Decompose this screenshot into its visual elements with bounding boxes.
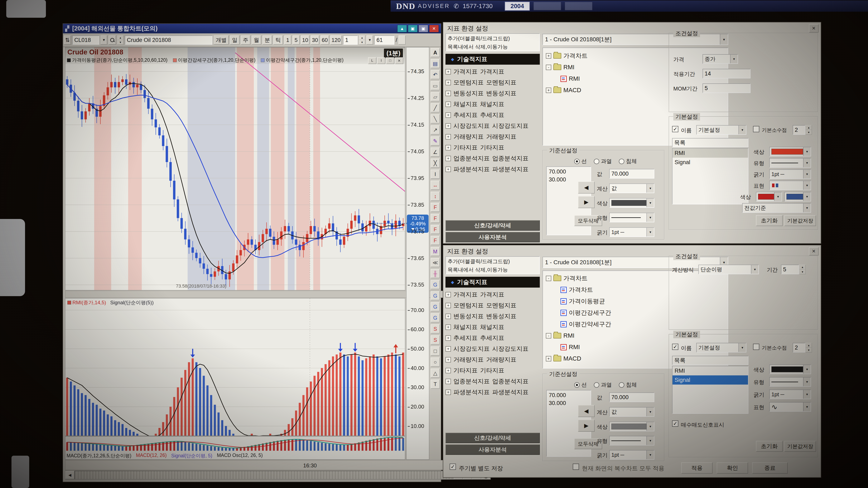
expand-icon[interactable]: +	[546, 88, 551, 93]
mom-period-field[interactable]: 5	[703, 84, 750, 93]
circle-tool-icon[interactable]: ○	[431, 357, 440, 367]
category-채널지표[interactable]: +채널지표채널지표	[445, 99, 540, 110]
category-시장강도지표[interactable]: +시장강도지표시장강도지표	[445, 344, 540, 354]
apply-all-charts-checkbox[interactable]	[573, 464, 579, 470]
line-width-select[interactable]: 1pt ─▼	[769, 390, 811, 399]
category-기타지표[interactable]: +기타지표기타지표	[445, 365, 540, 376]
indicator-line-list[interactable]: RMISignal	[672, 366, 748, 414]
expand-icon[interactable]: +	[445, 123, 451, 129]
triangle-tool-icon[interactable]: △	[431, 368, 440, 378]
symbol-dropdown-icon[interactable]: ▼	[100, 35, 107, 45]
radio-과열[interactable]: 과열	[594, 381, 612, 389]
apply-button[interactable]: 적용	[681, 462, 713, 474]
symbol-spinner[interactable]: ▲▼	[117, 35, 124, 45]
baseline-value[interactable]: 70.000	[547, 168, 591, 175]
category-추세지표[interactable]: +추세지표추세지표	[445, 110, 540, 121]
undo-icon[interactable]: ↶	[431, 70, 440, 79]
line-type-select[interactable]: ▼	[769, 377, 811, 387]
radio-침체[interactable]: 침체	[619, 158, 637, 165]
menu-box[interactable]	[565, 2, 592, 10]
category-가격지표[interactable]: +가격지표가격지표	[445, 289, 540, 300]
pane-control-button[interactable]: I	[377, 57, 385, 64]
vertical-line-icon[interactable]: Ⅰ	[431, 169, 440, 179]
expression-select[interactable]: ∿▼	[769, 402, 811, 412]
minute-button-5[interactable]: 5	[292, 35, 300, 45]
screen-number-box[interactable]: 2004	[505, 2, 530, 11]
save-per-period-checkbox[interactable]: ✓	[450, 464, 456, 470]
expand-icon[interactable]: +	[445, 102, 451, 107]
line-type-select[interactable]: ▼	[769, 158, 811, 168]
decimal-field[interactable]: 2	[793, 343, 805, 352]
expand-icon[interactable]: +	[445, 134, 451, 139]
expand-icon[interactable]: +	[445, 379, 451, 384]
expand-icon[interactable]: +	[546, 53, 551, 59]
speed-fan-icon[interactable]: S	[431, 335, 440, 345]
expand-icon[interactable]: +	[445, 390, 451, 395]
category-파생분석지표[interactable]: +파생분석지표파생분석지표	[445, 164, 540, 175]
base-reference-select[interactable]: 전값기준▼	[742, 203, 811, 213]
reset-button[interactable]: 초기화	[756, 441, 783, 452]
expand-icon[interactable]: +	[445, 368, 451, 373]
period-spinner[interactable]: ▲▼	[799, 265, 806, 274]
baseline-value-field[interactable]: 70.000	[609, 392, 654, 402]
move-right-button[interactable]: ▶	[578, 420, 595, 432]
category-가격지표[interactable]: +가격지표가격지표	[445, 66, 540, 77]
category-거래량지표[interactable]: +거래량지표거래량지표	[445, 354, 540, 365]
ok-button[interactable]: 확인	[717, 462, 748, 474]
fibo-fan-icon[interactable]: F	[431, 214, 440, 223]
baseline-type-select[interactable]: ▼	[609, 213, 654, 222]
move-right-button[interactable]: ▶	[578, 196, 595, 208]
category-채널지표[interactable]: +채널지표채널지표	[445, 322, 540, 333]
expand-icon[interactable]: +	[546, 356, 551, 361]
expand-icon[interactable]: -	[546, 65, 551, 70]
arrow-trendline-icon[interactable]: ↗	[431, 125, 440, 134]
line-list-item-RMI[interactable]: RMI	[673, 149, 748, 158]
calc-select[interactable]: 값▼	[609, 407, 654, 417]
pane-control-button[interactable]: L	[368, 57, 376, 64]
category-거래량지표[interactable]: +거래량지표거래량지표	[445, 131, 540, 142]
expand-icon[interactable]: +	[445, 69, 451, 74]
baseline-value[interactable]: 70.000	[547, 391, 591, 399]
expand-icon[interactable]: +	[445, 167, 451, 172]
period-button-월[interactable]: 월	[252, 35, 261, 45]
fibo-retracement-icon[interactable]: F	[431, 203, 440, 212]
name-checkbox[interactable]: ✓	[672, 126, 678, 132]
interval-dropdown-icon[interactable]: ▼	[366, 35, 373, 45]
rect-tool-icon[interactable]: □	[431, 347, 440, 356]
expand-icon[interactable]: -	[546, 333, 551, 338]
gann-x-icon[interactable]: G	[431, 291, 440, 300]
fibo-timezone-icon[interactable]: F	[431, 236, 440, 245]
expand-icon[interactable]: +	[445, 303, 451, 308]
menu-box[interactable]	[533, 2, 561, 10]
expand-icon[interactable]: +	[445, 292, 451, 297]
name-select[interactable]: 기본설정▼	[696, 125, 746, 135]
minimize-button[interactable]: ▣	[408, 25, 417, 32]
expand-icon[interactable]: +	[445, 325, 451, 330]
category-업종분석지표[interactable]: +업종분석지표업종분석지표	[445, 153, 540, 164]
line-list-item-Signal[interactable]: Signal	[673, 376, 748, 385]
symbol-name-field[interactable]	[125, 35, 212, 45]
maximize-button[interactable]: ▣	[418, 25, 428, 32]
category-기타지표[interactable]: +기타지표기타지표	[445, 142, 540, 153]
save-default-button[interactable]: 기본값저장	[784, 441, 816, 452]
line-list-item-RMI[interactable]: RMI	[673, 366, 748, 376]
move-left-button[interactable]: ◀	[578, 405, 595, 417]
period-field[interactable]: 5	[781, 265, 799, 274]
down-color-select[interactable]: ▼	[784, 192, 811, 201]
expand-icon[interactable]: +	[445, 357, 451, 362]
reset-button[interactable]: 초기화	[756, 215, 783, 226]
expand-icon[interactable]: +	[445, 335, 451, 341]
tech-indicator-header[interactable]: ◆ 기술적지표	[445, 54, 540, 65]
pane-control-button[interactable]: ✕	[395, 57, 403, 64]
vertical-arrow-icon[interactable]: ↕	[431, 192, 440, 201]
calc-method-select[interactable]: 단순이평▼	[699, 265, 759, 274]
speed-arc-icon[interactable]: S	[431, 324, 440, 333]
up-color-select[interactable]: ▼	[756, 192, 782, 201]
baseline-color-select[interactable]: ▼	[609, 198, 654, 208]
gann-grid-icon[interactable]: G	[431, 313, 440, 322]
search-button[interactable]	[108, 35, 116, 45]
decimal-spinner[interactable]: ▲▼	[806, 125, 812, 135]
memo-icon[interactable]: ▤	[431, 59, 440, 68]
minute-button-1[interactable]: 1	[284, 35, 291, 45]
name-select[interactable]: 기본설정▼	[696, 343, 746, 352]
